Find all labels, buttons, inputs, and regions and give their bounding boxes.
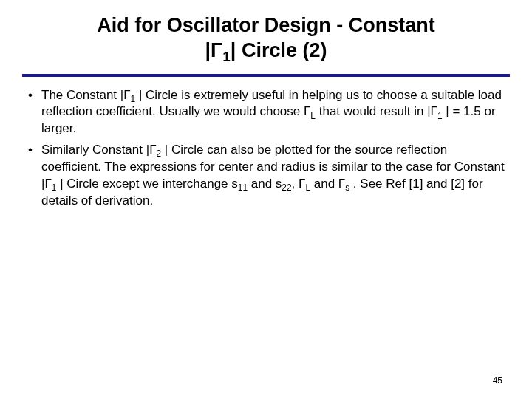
list-item: Similarly Constant |Γ2 | Circle can also… — [27, 142, 505, 210]
subscript: 1 — [437, 111, 443, 121]
subscript: 1 — [52, 183, 57, 193]
title-bar-open: | — [205, 39, 211, 61]
subscript: s — [345, 183, 349, 193]
title-underline — [22, 74, 510, 77]
slide: Aid for Oscillator Design - Constant |Γ1… — [0, 0, 532, 399]
list-item: The Constant |Γ1 | Circle is extremely u… — [27, 87, 505, 138]
subscript: L — [310, 111, 316, 121]
title-line-1: Aid for Oscillator Design - Constant — [30, 13, 502, 38]
title-suffix: | Circle (2) — [231, 39, 327, 61]
title-gamma: Γ — [211, 39, 222, 61]
subscript: 22 — [282, 183, 291, 193]
page-number: 45 — [493, 375, 502, 386]
bullet-list: The Constant |Γ1 | Circle is extremely u… — [22, 87, 510, 211]
subscript: 11 — [238, 183, 248, 193]
title-line-2: |Γ1| Circle (2) — [205, 38, 327, 64]
title-sub: 1 — [222, 49, 231, 64]
slide-title: Aid for Oscillator Design - Constant |Γ1… — [22, 13, 510, 71]
subscript: 2 — [157, 149, 162, 159]
subscript: 1 — [131, 94, 136, 104]
subscript: L — [305, 183, 310, 193]
